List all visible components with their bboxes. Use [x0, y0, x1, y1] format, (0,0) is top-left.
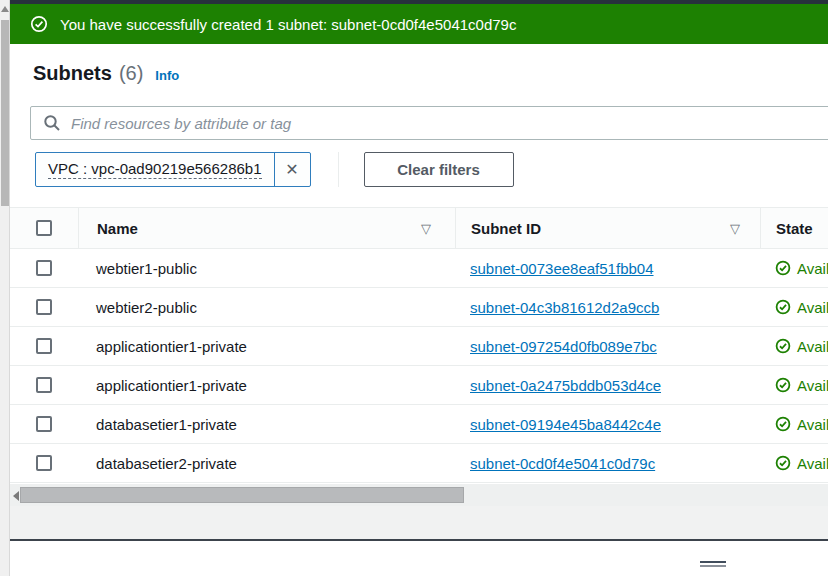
subnet-id-link[interactable]: subnet-0a2475bddb053d4ce	[470, 377, 661, 394]
split-panel	[10, 541, 828, 576]
console-main-area: You have successfully created 1 subnet: …	[10, 0, 828, 576]
subnet-name: databasetier1-private	[78, 416, 455, 433]
filter-divider	[338, 152, 339, 187]
row-checkbox[interactable]	[36, 338, 52, 354]
page-title: Subnets	[33, 62, 112, 85]
filter-caret-icon[interactable]: ▽	[421, 221, 431, 236]
table-header-row: Name ▽ Subnet ID ▽ State	[10, 208, 828, 249]
subnet-id-link[interactable]: subnet-04c3b81612d2a9ccb	[470, 299, 659, 316]
filter-bar: VPC : vpc-0ad90219e566286b1 ✕ Clear filt…	[35, 152, 514, 187]
status-success-icon	[775, 416, 791, 432]
state-label: Available	[797, 416, 828, 433]
subnets-table: Name ▽ Subnet ID ▽ State webtier1-public…	[10, 207, 828, 483]
state-label: Available	[797, 338, 828, 355]
search-box	[30, 106, 828, 140]
status-success-icon	[775, 455, 791, 471]
subnet-name: webtier2-public	[78, 299, 455, 316]
clear-filters-button[interactable]: Clear filters	[364, 152, 514, 187]
state-label: Available	[797, 455, 828, 472]
page-header: Subnets (6) Info	[33, 62, 179, 85]
close-icon: ✕	[285, 160, 298, 179]
row-checkbox[interactable]	[36, 455, 52, 471]
select-all-checkbox[interactable]	[36, 220, 52, 236]
row-checkbox[interactable]	[36, 260, 52, 276]
filter-token-label[interactable]: VPC : vpc-0ad90219e566286b1	[36, 153, 274, 186]
status-success-icon	[775, 338, 791, 354]
status-success-icon	[775, 377, 791, 393]
status-success-icon	[775, 260, 791, 276]
state-label: Available	[797, 260, 828, 277]
vertical-scrollbar[interactable]	[0, 0, 10, 576]
success-check-circle-icon	[30, 15, 48, 33]
subnet-id-link[interactable]: subnet-0cd0f4e5041c0d79c	[470, 455, 655, 472]
row-checkbox[interactable]	[36, 299, 52, 315]
info-link[interactable]: Info	[155, 68, 179, 83]
horizontal-scrollbar-thumb[interactable]	[20, 487, 464, 503]
resource-count: (6)	[119, 62, 143, 85]
state-label: Available	[797, 299, 828, 316]
column-header-subnet-id: Subnet ID	[471, 220, 541, 237]
subnet-name: webtier1-public	[78, 260, 455, 277]
subnet-name: databasetier2-private	[78, 455, 455, 472]
filter-token: VPC : vpc-0ad90219e566286b1 ✕	[35, 152, 311, 187]
split-panel-drag-handle-icon[interactable]	[700, 561, 726, 569]
flash-message: You have successfully created 1 subnet: …	[60, 16, 516, 33]
subnet-id-link[interactable]: subnet-097254d0fb089e7bc	[470, 338, 657, 355]
status-success-icon	[775, 299, 791, 315]
success-flashbar: You have successfully created 1 subnet: …	[10, 4, 828, 44]
remove-filter-button[interactable]: ✕	[274, 153, 310, 186]
filter-caret-icon[interactable]: ▽	[730, 221, 740, 236]
subnet-id-link[interactable]: subnet-09194e45ba8442c4e	[470, 416, 661, 433]
scroll-left-arrow-icon[interactable]	[13, 491, 19, 501]
table-row: webtier2-public subnet-04c3b81612d2a9ccb…	[10, 288, 828, 327]
row-checkbox[interactable]	[36, 416, 52, 432]
vertical-scrollbar-thumb[interactable]	[1, 20, 9, 206]
column-header-name: Name	[97, 220, 138, 237]
table-row: applicationtier1-private subnet-0a2475bd…	[10, 366, 828, 405]
table-row: webtier1-public subnet-0073ee8eaf51fbb04…	[10, 249, 828, 288]
search-icon	[43, 114, 61, 132]
scroll-up-arrow-icon[interactable]	[1, 6, 9, 12]
subnet-name: applicationtier1-private	[78, 338, 455, 355]
subnet-id-link[interactable]: subnet-0073ee8eaf51fbb04	[470, 260, 654, 277]
table-row: databasetier2-private subnet-0cd0f4e5041…	[10, 444, 828, 483]
column-header-state: State	[776, 220, 813, 237]
page-background-gap	[10, 506, 828, 539]
horizontal-scrollbar[interactable]	[10, 484, 828, 506]
search-input[interactable]	[71, 107, 828, 139]
subnet-name: applicationtier1-private	[78, 377, 455, 394]
state-label: Available	[797, 377, 828, 394]
row-checkbox[interactable]	[36, 377, 52, 393]
table-row: applicationtier1-private subnet-097254d0…	[10, 327, 828, 366]
table-row: databasetier1-private subnet-09194e45ba8…	[10, 405, 828, 444]
